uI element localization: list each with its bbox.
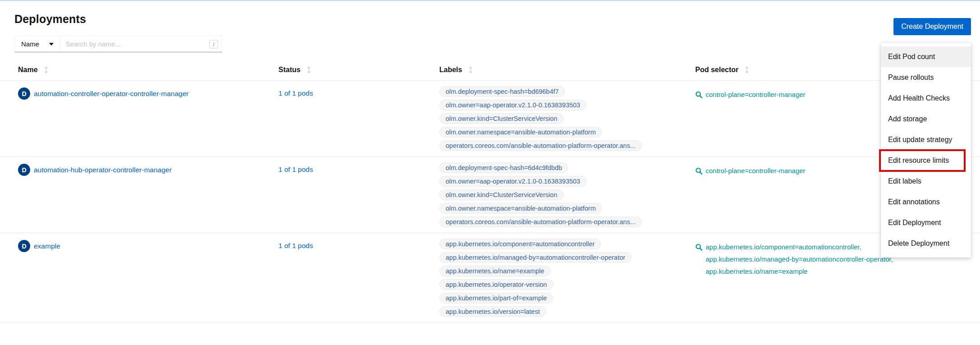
page-title: Deployments xyxy=(14,13,971,26)
keyboard-shortcut-badge: / xyxy=(209,40,218,48)
label-pill: olm.owner=aap-operator.v2.1.0-0.16383935… xyxy=(439,176,587,187)
pods-status-link[interactable]: 1 of 1 pods xyxy=(278,166,313,173)
table-header-row: Name Status Labels Pod selector xyxy=(0,59,980,81)
sort-arrows-icon xyxy=(469,66,473,74)
label-pill: app.kubernetes.io/part-of=example xyxy=(439,293,553,304)
label-pill: app.kubernetes.io/name=example xyxy=(439,266,551,276)
label-pill: app.kubernetes.io/version=latest xyxy=(439,306,546,317)
status-cell: 1 of 1 pods xyxy=(278,162,439,174)
status-cell: 1 of 1 pods xyxy=(278,86,439,97)
label-pill: olm.owner.kind=ClusterServiceVersion xyxy=(439,189,564,200)
deployments-table: Name Status Labels Pod selector Dautomat… xyxy=(0,59,980,323)
label-pill: olm.owner.namespace=ansible-automation-p… xyxy=(439,127,602,138)
labels-cell: app.kubernetes.io/component=automationco… xyxy=(439,239,695,317)
name-cell: Dautomation-controller-operator-controll… xyxy=(18,86,278,100)
pods-status-link[interactable]: 1 of 1 pods xyxy=(278,242,313,249)
search-input[interactable] xyxy=(60,36,222,52)
label-pill: olm.deployment-spec-hash=bd696b4f7 xyxy=(439,86,565,97)
search-wrap: / xyxy=(60,36,222,52)
filter-type-label: Name xyxy=(21,40,39,48)
table-row: Dexample1 of 1 podsapp.kubernetes.io/com… xyxy=(0,233,980,323)
menu-item[interactable]: Edit resource limits xyxy=(881,150,971,171)
search-icon xyxy=(695,244,702,251)
name-cell: Dautomation-hub-operator-controller-mana… xyxy=(18,162,278,176)
sort-arrows-icon xyxy=(44,66,48,74)
column-header-labels[interactable]: Labels xyxy=(439,66,695,74)
sort-arrows-icon xyxy=(745,66,749,74)
pod-selector-text: app.kubernetes.io/name=example xyxy=(706,265,807,277)
label-pill: olm.owner.kind=ClusterServiceVersion xyxy=(439,113,564,124)
label-pill: olm.owner=aap-operator.v2.1.0-0.16383935… xyxy=(439,100,587,110)
label-pill: operators.coreos.com/ansible-automation-… xyxy=(439,216,642,227)
labels-cell: olm.deployment-spec-hash=bd696b4f7olm.ow… xyxy=(439,86,695,151)
label-pill: olm.owner.namespace=ansible-automation-p… xyxy=(439,203,602,214)
chevron-down-icon xyxy=(49,43,54,46)
name-cell: Dexample xyxy=(18,239,278,252)
table-body: Dautomation-controller-operator-controll… xyxy=(0,81,980,323)
search-icon xyxy=(695,167,702,175)
deployment-link[interactable]: automation-hub-operator-controller-manag… xyxy=(34,166,172,174)
pods-status-link[interactable]: 1 of 1 pods xyxy=(278,89,313,97)
pod-selector-text: control-plane=controller-manager xyxy=(706,165,805,177)
label-pill: olm.deployment-spec-hash=6d4c9fdbdb xyxy=(439,162,568,173)
label-pill: app.kubernetes.io/operator-version xyxy=(439,279,553,290)
highlight-box xyxy=(879,149,966,172)
create-deployment-button[interactable]: Create Deployment xyxy=(893,18,971,35)
deployment-link[interactable]: automation-controller-operator-controlle… xyxy=(34,90,189,98)
status-cell: 1 of 1 pods xyxy=(278,239,439,250)
menu-item[interactable]: Edit update strategy xyxy=(881,129,971,150)
pod-selector-text: app.kubernetes.io/component=automationco… xyxy=(706,241,861,253)
column-header-status[interactable]: Status xyxy=(278,66,439,74)
menu-item[interactable]: Delete Deployment xyxy=(881,233,971,254)
menu-item[interactable]: Add storage xyxy=(881,109,971,129)
menu-item[interactable]: Edit labels xyxy=(881,171,971,192)
label-pill: app.kubernetes.io/component=automationco… xyxy=(439,239,601,249)
deployment-link[interactable]: example xyxy=(34,242,60,250)
filter-group: Name / xyxy=(14,36,222,52)
pod-selector-text: app.kubernetes.io/managed-by=automationc… xyxy=(706,253,893,265)
deployment-badge: D xyxy=(18,164,30,176)
menu-item[interactable]: Edit Deployment xyxy=(881,212,971,233)
menu-item[interactable]: Edit annotations xyxy=(881,192,971,212)
menu-item[interactable]: Edit Pod count xyxy=(881,46,971,67)
filter-type-dropdown[interactable]: Name xyxy=(15,36,60,52)
pod-selector-text: control-plane=controller-manager xyxy=(706,88,805,101)
deployment-badge: D xyxy=(18,87,30,100)
label-pill: operators.coreos.com/ansible-automation-… xyxy=(439,140,642,151)
pod-selector-link[interactable]: app.kubernetes.io/name=example xyxy=(695,265,948,277)
table-row: Dautomation-hub-operator-controller-mana… xyxy=(0,157,980,233)
column-header-name[interactable]: Name xyxy=(18,66,278,74)
action-menu: Edit Pod countPause rolloutsAdd Health C… xyxy=(881,43,971,258)
sort-arrows-icon xyxy=(307,66,311,74)
menu-item[interactable]: Add Health Checks xyxy=(881,88,971,109)
labels-cell: olm.deployment-spec-hash=6d4c9fdbdbolm.o… xyxy=(439,162,695,227)
filter-toolbar: Name / xyxy=(14,36,980,52)
label-pill: app.kubernetes.io/managed-by=automationc… xyxy=(439,252,632,263)
search-icon xyxy=(695,91,702,98)
table-row: Dautomation-controller-operator-controll… xyxy=(0,81,980,157)
menu-item[interactable]: Pause rollouts xyxy=(881,67,971,88)
deployment-badge: D xyxy=(18,240,30,252)
page-header: Deployments Create Deployment xyxy=(0,1,980,26)
